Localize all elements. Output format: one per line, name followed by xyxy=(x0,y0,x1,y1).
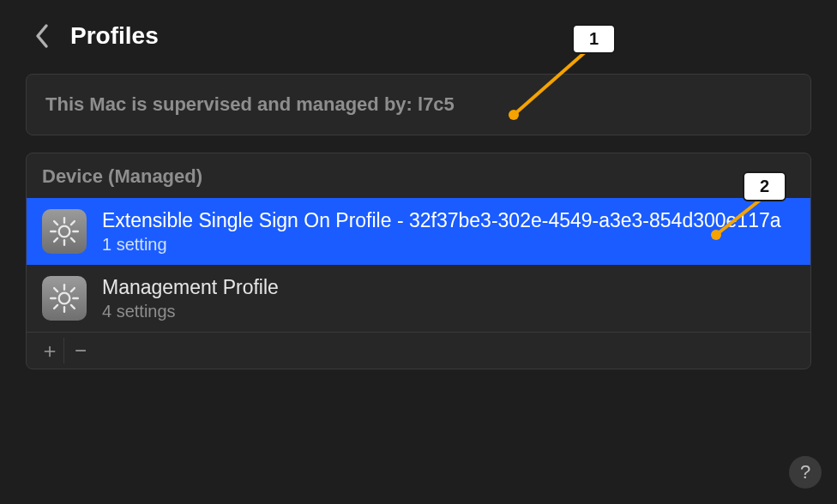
help-icon: ? xyxy=(800,461,810,483)
supervision-info-panel: This Mac is supervised and managed by: l… xyxy=(26,74,811,135)
svg-line-17 xyxy=(54,305,57,309)
chevron-left-icon xyxy=(34,23,50,49)
svg-line-15 xyxy=(71,305,75,309)
svg-line-7 xyxy=(71,221,75,225)
profile-name: Extensible Single Sign On Profile - 32f3… xyxy=(102,208,781,233)
window-header: Profiles xyxy=(0,0,837,65)
plus-icon: ＋ xyxy=(39,337,60,364)
supervision-info-text: This Mac is supervised and managed by: l… xyxy=(45,93,792,116)
profile-text: Extensible Single Sign On Profile - 32f3… xyxy=(102,208,781,255)
gear-icon xyxy=(42,209,87,254)
profile-row-management[interactable]: Management Profile 4 settings xyxy=(27,265,810,332)
add-profile-button[interactable]: ＋ xyxy=(35,338,64,363)
profiles-section-header: Device (Managed) xyxy=(27,153,810,198)
remove-profile-button[interactable]: − xyxy=(66,338,95,363)
gear-icon xyxy=(42,276,87,321)
back-button[interactable] xyxy=(34,23,50,49)
svg-point-0 xyxy=(59,226,70,237)
svg-line-5 xyxy=(54,221,57,225)
profiles-list-footer: ＋ − xyxy=(27,332,810,369)
svg-line-6 xyxy=(71,238,75,242)
svg-line-14 xyxy=(54,288,57,291)
help-button[interactable]: ? xyxy=(789,456,822,489)
svg-line-8 xyxy=(54,238,57,242)
profile-name: Management Profile xyxy=(102,275,279,300)
svg-line-16 xyxy=(71,288,75,291)
page-title: Profiles xyxy=(70,22,159,50)
profile-row-sso[interactable]: Extensible Single Sign On Profile - 32f3… xyxy=(27,198,810,265)
profile-subtitle: 4 settings xyxy=(102,302,279,321)
profiles-list-panel: Device (Managed) xyxy=(26,153,811,369)
minus-icon: − xyxy=(75,339,87,363)
profile-subtitle: 1 setting xyxy=(102,235,781,255)
profile-text: Management Profile 4 settings xyxy=(102,275,279,321)
svg-point-9 xyxy=(59,292,70,303)
